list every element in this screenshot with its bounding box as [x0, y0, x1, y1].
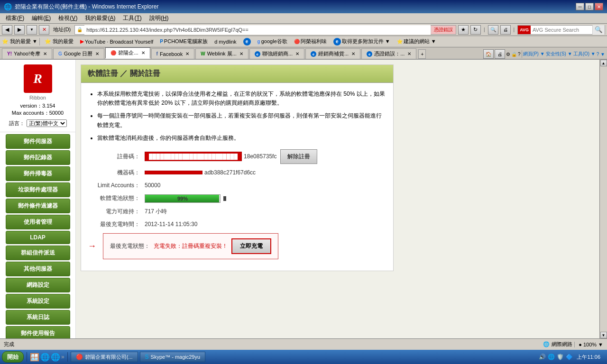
print-icon[interactable]: 🖨 [500, 25, 511, 35]
fav-pchome[interactable]: P PCHOME電腦家族 [157, 37, 211, 46]
fav-ie[interactable]: e [240, 37, 254, 46]
biyang-tab-close[interactable]: ✕ [141, 50, 145, 55]
sidebar-btn-mail-report[interactable]: 郵件使用報告 [6, 326, 70, 338]
cert-error-badge[interactable]: 憑證錯誤 [431, 26, 456, 34]
zoom-label[interactable]: ● 100% ▼ [574, 342, 603, 347]
tab-weblink[interactable]: W Weblink 展... ✕ [195, 48, 248, 59]
refresh-button[interactable]: ↻ [470, 25, 481, 35]
sidebar-btn-other-server[interactable]: 其他伺服器 [6, 262, 70, 276]
sidebar-btn-ldap[interactable]: LDAP [6, 231, 70, 244]
avg-search-bar: AVG 🔍 [517, 25, 605, 35]
skype-taskbar-icon: S [145, 354, 149, 360]
ribbon-label: Ribbon [5, 95, 71, 100]
charge-now-button[interactable]: 立即充電 [231, 238, 271, 254]
gcal-tab-icon: G [58, 51, 62, 56]
sidebar-btn-users[interactable]: 使用者管理 [6, 215, 70, 229]
fb-tab-close[interactable]: ✕ [185, 51, 189, 56]
tab-print-button[interactable]: 🖨 [495, 49, 505, 59]
tab-lianqiang[interactable]: e 聯強經銷商... ✕ [249, 48, 304, 59]
quick-ie-icon[interactable]: 🪟 [30, 353, 39, 362]
sidebar-btn-group[interactable]: 群組信件派送 [6, 246, 70, 260]
fav-arong[interactable]: 🔴 阿榮福利味 [291, 37, 330, 46]
fav-google[interactable]: g google谷歌 [255, 37, 290, 46]
gcal-tab-close[interactable]: ✕ [95, 51, 99, 56]
yahoo-tab-close[interactable]: ✕ [43, 51, 47, 56]
reg-code-label: 註冊碼： [88, 153, 145, 161]
new-tab-button[interactable]: + [418, 49, 426, 59]
tab-tools-btn[interactable]: ⚙ [506, 52, 510, 57]
toolbar-sep1: | [483, 27, 486, 32]
lang-select[interactable]: 正(繁)體中文 [27, 119, 67, 127]
sidebar-btn-antivirus[interactable]: 郵件掃毒器 [6, 166, 70, 181]
sidebar-btn-system-settings[interactable]: 系統設定 [6, 294, 70, 309]
taskbar: 開始 🪟 🌐 🌐 » 🔴 碧陽企業有限公司(... S Skype™ - mag… [0, 350, 607, 364]
tab-home-button[interactable]: 🏠 [483, 49, 494, 59]
sys-icon-4: 🔷 [566, 354, 573, 360]
help-label: ? ▼ [597, 52, 605, 57]
stop-refresh-button[interactable]: ✕ [39, 25, 49, 35]
dealer-tab-close[interactable]: ✕ [351, 51, 355, 56]
tab-biyang[interactable]: 🔴 碧陽企... ✕ [105, 47, 150, 59]
lianqiang-tab-close[interactable]: ✕ [295, 51, 299, 56]
minimize-button[interactable]: ─ [576, 3, 584, 10]
search-icon[interactable]: 🔍 [488, 25, 498, 35]
fav-my-favorites[interactable]: ⭐ 我的最愛 [42, 37, 76, 46]
menu-edit[interactable]: 編輯(E) [28, 13, 55, 23]
taskbar-item-biyang[interactable]: 🔴 碧陽企業有限公司(... [71, 352, 138, 362]
close-button[interactable]: ✕ [595, 3, 603, 10]
tab-dealer[interactable]: e 經銷商補貨... ✕ [305, 48, 360, 59]
menu-view[interactable]: 檢視(V) [55, 13, 81, 23]
favorites-star-icon[interactable]: ★ [458, 25, 469, 35]
forward-button[interactable]: ▶ [14, 25, 25, 35]
max-accounts: Max accounts：50000 [5, 109, 71, 117]
tab-facebook[interactable]: f Facebook ✕ [151, 48, 195, 59]
power-value: 717 小時 [145, 208, 167, 216]
address-input[interactable] [84, 25, 431, 35]
sidebar-btn-mail-server[interactable]: 郵件伺服器 [6, 134, 70, 149]
tab-google-calendar[interactable]: G Google 日曆 ✕ [53, 48, 104, 59]
menu-file[interactable]: 檔案(F) [2, 13, 28, 23]
tab-security-btn[interactable]: 🔒 [511, 52, 517, 57]
menu-bar: 檔案(F) 編輯(E) 檢視(V) 我的最愛(A) 工具(T) 說明(H) [0, 13, 607, 24]
dropdown-button[interactable]: ▼ [27, 25, 37, 35]
taskbar-item-skype[interactable]: S Skype™ - magic29yu [140, 352, 206, 362]
toolbar-sep2: | [513, 27, 516, 32]
clock: 上午11:06 [575, 354, 602, 361]
fav-mydlink[interactable]: d mydlink [212, 38, 239, 46]
security-label: 安全性(S) ▼ [546, 51, 572, 57]
machine-code-label: 機器碼： [88, 169, 145, 177]
favorites-label: ⭐ 我的最愛 ▼ [2, 38, 37, 45]
weblink-tab-close[interactable]: ✕ [239, 51, 243, 56]
fav-addons[interactable]: e 取得更多附加元件 ▼ [331, 37, 393, 46]
taskbar-right: 🔊 🌐 🛡️ 🔷 上午11:06 [536, 354, 605, 361]
deregister-button[interactable]: 解除註冊 [280, 149, 317, 164]
machine-code-row: 機器碼： adb388c271f67d6cc [88, 169, 386, 177]
avg-search-button[interactable]: 🔍 [592, 25, 605, 35]
info-item-2: 每一個註冊序號同一時間僅能安裝在一部伺服器上，若重複安裝在多部伺服器，則僅有第一… [97, 111, 386, 129]
sidebar-btn-mail-log[interactable]: 郵件記錄器 [6, 150, 70, 165]
scroll-up-button[interactable]: ▲ [600, 60, 607, 66]
scroll-down-button[interactable]: ▼ [600, 332, 607, 338]
sidebar-btn-system-log[interactable]: 系統日誌 [6, 310, 70, 325]
sidebar-btn-spam[interactable]: 垃圾郵件處理器 [6, 182, 70, 197]
quick-ie3-icon[interactable]: 🌐 [51, 353, 60, 362]
tab-cert-error[interactable]: e 憑證錯誤：... ✕ [361, 48, 416, 59]
tab-help-btn[interactable]: ? [518, 52, 521, 57]
tab-yahoo[interactable]: Y! Yahoo!奇摩 ✕ [2, 48, 52, 59]
maximize-button[interactable]: □ [585, 3, 594, 10]
menu-help[interactable]: 說明(H) [146, 13, 173, 23]
sidebar-btn-network[interactable]: 網路設定 [6, 278, 70, 292]
back-button[interactable]: ◀ [2, 25, 12, 35]
quick-more[interactable]: » [61, 354, 64, 360]
sidebar-menu: 郵件伺服器 郵件記錄器 郵件掃毒器 垃圾郵件處理器 郵件條件過濾器 使用者管理 … [0, 134, 75, 338]
start-button[interactable]: 開始 [2, 351, 24, 363]
cert-tab-close[interactable]: ✕ [407, 51, 411, 56]
avg-search-input[interactable] [531, 27, 592, 33]
menu-tools[interactable]: 工具(T) [119, 13, 145, 23]
fav-suggest[interactable]: ⭐ 建議的網站 ▼ [394, 37, 439, 46]
fav-youtube[interactable]: ▶ YouTube · Broadcast Yourself [77, 38, 156, 46]
biyang-taskbar-label: 碧陽企業有限公司(... [85, 354, 133, 361]
sidebar-btn-filter[interactable]: 郵件條件過濾器 [6, 199, 70, 213]
quick-ie2-icon[interactable]: 🌐 [40, 353, 50, 362]
menu-favorites[interactable]: 我的最愛(A) [81, 13, 119, 23]
